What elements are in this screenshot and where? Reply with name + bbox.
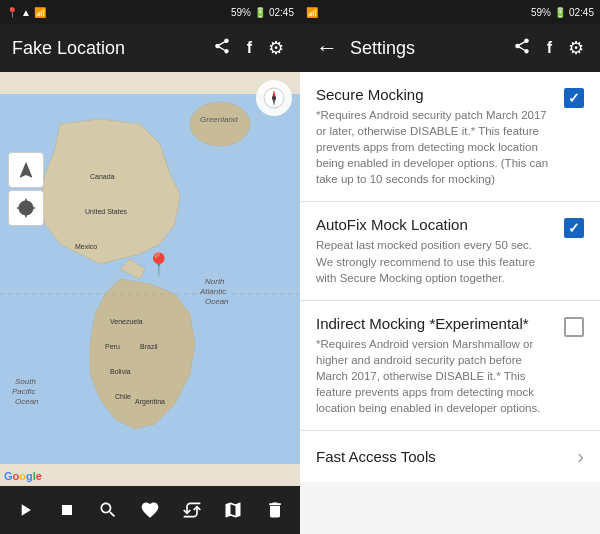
svg-point-23 bbox=[272, 96, 276, 100]
secure-mocking-desc: *Requires Android security patch March 2… bbox=[316, 107, 552, 187]
play-button[interactable] bbox=[6, 491, 44, 529]
svg-text:Venezuela: Venezuela bbox=[110, 318, 143, 325]
svg-text:Mexico: Mexico bbox=[75, 243, 97, 250]
bottom-toolbar bbox=[0, 486, 300, 534]
stop-button[interactable] bbox=[48, 491, 86, 529]
facebook-icon-right[interactable]: f bbox=[543, 35, 556, 61]
svg-text:Pacific: Pacific bbox=[12, 387, 36, 396]
fast-access-chevron: › bbox=[577, 445, 584, 468]
status-bar-right-icons: 59% 🔋 02:45 bbox=[231, 7, 294, 18]
navigation-button[interactable] bbox=[8, 152, 44, 188]
svg-text:📍: 📍 bbox=[145, 251, 173, 278]
share-icon-right[interactable] bbox=[509, 33, 535, 64]
settings-title: Settings bbox=[350, 38, 501, 59]
app-title: Fake Location bbox=[12, 38, 201, 59]
right-status-right: 59% 🔋 02:45 bbox=[531, 7, 594, 18]
location-icon: 📍 bbox=[6, 7, 18, 18]
check-icon: ✓ bbox=[568, 90, 580, 106]
svg-point-1 bbox=[190, 102, 250, 146]
google-logo: Google bbox=[4, 470, 42, 482]
indirect-mocking-checkbox[interactable] bbox=[564, 317, 584, 337]
settings-icon-right[interactable]: ⚙ bbox=[564, 33, 588, 63]
svg-text:Ocean: Ocean bbox=[205, 297, 229, 306]
autofix-checkbox[interactable]: ✓ bbox=[564, 218, 584, 238]
battery-percent-right: 59% bbox=[531, 7, 551, 18]
check-icon-2: ✓ bbox=[568, 220, 580, 236]
indirect-mocking-desc: *Requires Android version Marshmallow or… bbox=[316, 336, 552, 416]
autofix-title: AutoFix Mock Location bbox=[316, 216, 552, 233]
svg-rect-24 bbox=[62, 505, 72, 515]
indirect-mocking-title: Indirect Mocking *Experimental* bbox=[316, 315, 552, 332]
svg-text:Chile: Chile bbox=[115, 393, 131, 400]
time-left: 02:45 bbox=[269, 7, 294, 18]
status-bar-left-icons: 📍 ▲ 📶 bbox=[6, 7, 46, 18]
svg-text:North: North bbox=[205, 277, 225, 286]
map-controls bbox=[8, 152, 44, 226]
battery-icon-right: 🔋 bbox=[554, 7, 566, 18]
share-icon[interactable] bbox=[209, 33, 235, 64]
compass-button[interactable] bbox=[256, 80, 292, 116]
svg-text:Greenland: Greenland bbox=[200, 115, 238, 124]
fast-access-text: Fast Access Tools bbox=[316, 448, 565, 465]
favorites-button[interactable] bbox=[131, 491, 169, 529]
svg-text:Argentina: Argentina bbox=[135, 398, 165, 406]
secure-mocking-text: Secure Mocking *Requires Android securit… bbox=[316, 86, 552, 187]
wifi-icon: 📶 bbox=[34, 7, 46, 18]
search-button[interactable] bbox=[89, 491, 127, 529]
autofix-item: AutoFix Mock Location Repeat last mocked… bbox=[300, 202, 600, 300]
delete-button[interactable] bbox=[256, 491, 294, 529]
svg-text:Canada: Canada bbox=[90, 173, 115, 180]
svg-text:United States: United States bbox=[85, 208, 128, 215]
svg-text:Peru: Peru bbox=[105, 343, 120, 350]
map-button[interactable] bbox=[214, 491, 252, 529]
right-panel: 📶 59% 🔋 02:45 ← Settings f ⚙ Secure Mock… bbox=[300, 0, 600, 534]
indirect-mocking-item: Indirect Mocking *Experimental* *Require… bbox=[300, 301, 600, 431]
battery-percent-left: 59% bbox=[231, 7, 251, 18]
svg-text:South: South bbox=[15, 377, 36, 386]
back-button[interactable]: ← bbox=[312, 31, 342, 65]
left-panel: 📍 ▲ 📶 59% 🔋 02:45 Fake Location f ⚙ Gree… bbox=[0, 0, 300, 534]
secure-mocking-item: Secure Mocking *Requires Android securit… bbox=[300, 72, 600, 202]
right-status-bar: 📶 59% 🔋 02:45 bbox=[300, 0, 600, 24]
map-area[interactable]: Greenland Canada United States Mexico Ve… bbox=[0, 72, 300, 486]
secure-mocking-checkbox[interactable]: ✓ bbox=[564, 88, 584, 108]
right-status-left: 📶 bbox=[306, 7, 318, 18]
secure-mocking-title: Secure Mocking bbox=[316, 86, 552, 103]
svg-text:Brazil: Brazil bbox=[140, 343, 158, 350]
left-status-bar: 📍 ▲ 📶 59% 🔋 02:45 bbox=[0, 0, 300, 24]
settings-content: Secure Mocking *Requires Android securit… bbox=[300, 72, 600, 534]
signal-icon: ▲ bbox=[21, 7, 31, 18]
facebook-icon[interactable]: f bbox=[243, 35, 256, 61]
settings-icon-left[interactable]: ⚙ bbox=[264, 33, 288, 63]
right-signal-icon: 📶 bbox=[306, 7, 318, 18]
fast-access-item: Fast Access Tools › bbox=[300, 431, 600, 482]
battery-icon-left: 🔋 bbox=[254, 7, 266, 18]
settings-header: ← Settings f ⚙ bbox=[300, 24, 600, 72]
time-right: 02:45 bbox=[569, 7, 594, 18]
location-button[interactable] bbox=[8, 190, 44, 226]
svg-text:Ocean: Ocean bbox=[15, 397, 39, 406]
fast-access-title: Fast Access Tools bbox=[316, 448, 565, 465]
indirect-mocking-text: Indirect Mocking *Experimental* *Require… bbox=[316, 315, 552, 416]
svg-text:Atlantic: Atlantic bbox=[199, 287, 226, 296]
route-button[interactable] bbox=[173, 491, 211, 529]
autofix-text: AutoFix Mock Location Repeat last mocked… bbox=[316, 216, 552, 285]
app-header: Fake Location f ⚙ bbox=[0, 24, 300, 72]
svg-text:Bolivia: Bolivia bbox=[110, 368, 131, 375]
autofix-desc: Repeat last mocked position every 50 sec… bbox=[316, 237, 552, 285]
